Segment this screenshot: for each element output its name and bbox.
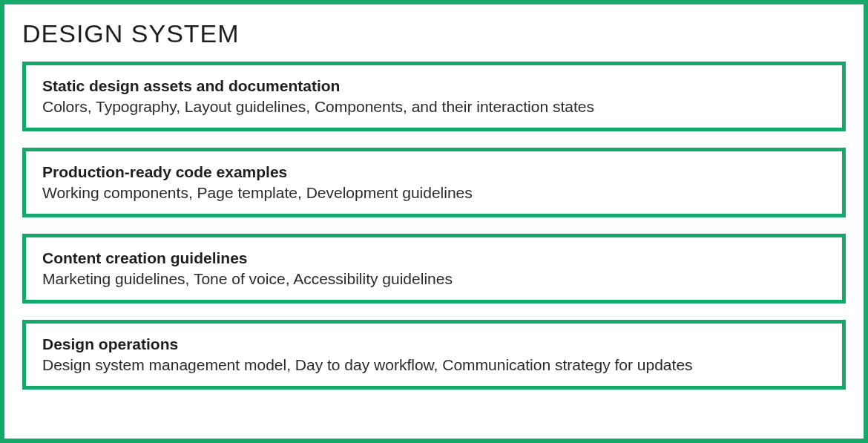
card-title: Static design assets and documentation bbox=[42, 77, 826, 95]
design-system-frame: DESIGN SYSTEM Static design assets and d… bbox=[0, 0, 868, 443]
card-desc: Colors, Typography, Layout guidelines, C… bbox=[42, 98, 826, 116]
card-desc: Working components, Page template, Devel… bbox=[42, 184, 826, 202]
card-desc: Design system management model, Day to d… bbox=[42, 356, 826, 374]
card-design-operations: Design operations Design system manageme… bbox=[22, 320, 846, 390]
card-title: Production-ready code examples bbox=[42, 163, 826, 181]
design-system-title: DESIGN SYSTEM bbox=[22, 19, 846, 48]
card-static-design-assets: Static design assets and documentation C… bbox=[22, 62, 846, 131]
card-title: Design operations bbox=[42, 335, 826, 353]
card-title: Content creation guidelines bbox=[42, 249, 826, 267]
card-desc: Marketing guidelines, Tone of voice, Acc… bbox=[42, 270, 826, 288]
card-production-ready-code: Production-ready code examples Working c… bbox=[22, 148, 846, 217]
cards-container: Static design assets and documentation C… bbox=[22, 62, 846, 421]
card-content-creation-guidelines: Content creation guidelines Marketing gu… bbox=[22, 234, 846, 303]
